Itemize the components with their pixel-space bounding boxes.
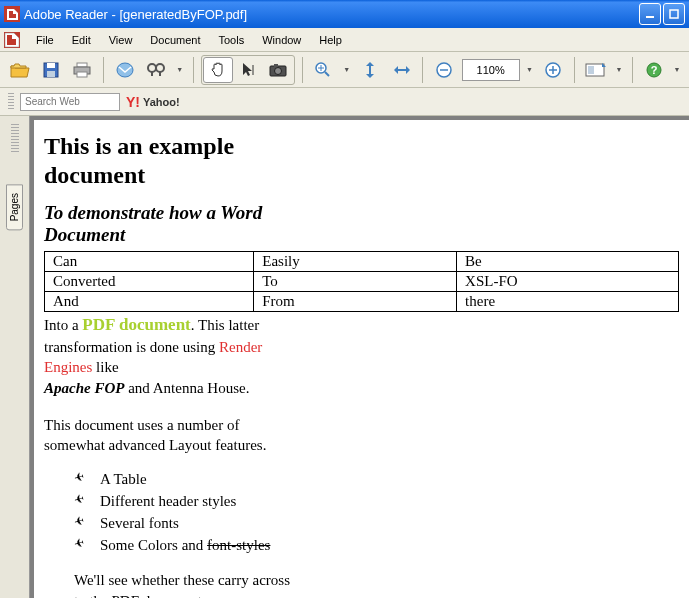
svg-rect-4 xyxy=(47,71,55,77)
toolbar: ▼ ▼ ▼ ▼ ? ▼ xyxy=(0,52,689,88)
reading-dropdown[interactable]: ▼ xyxy=(613,66,625,73)
table-cell: And xyxy=(45,292,254,312)
print-button[interactable] xyxy=(69,56,96,84)
zoom-out-button[interactable] xyxy=(430,56,457,84)
strike-text: font-styles xyxy=(207,537,270,553)
text: We'll see whether these carry across xyxy=(74,572,290,588)
search-web-input[interactable] xyxy=(20,93,120,111)
svg-point-10 xyxy=(156,64,164,72)
fit-width-button[interactable] xyxy=(388,56,415,84)
hand-tool-button[interactable] xyxy=(203,57,233,83)
text: Into a xyxy=(44,317,82,333)
search-button[interactable] xyxy=(142,56,169,84)
zoom-in-button[interactable] xyxy=(310,56,337,84)
table-cell: Be xyxy=(457,252,679,272)
svg-rect-3 xyxy=(47,63,55,68)
table-row: And From there xyxy=(45,292,679,312)
toolbar-separator xyxy=(632,57,633,83)
menu-edit[interactable]: Edit xyxy=(64,31,99,49)
document-viewport[interactable]: This is an example document To demonstra… xyxy=(30,116,689,598)
save-button[interactable] xyxy=(37,56,64,84)
app-icon xyxy=(4,6,20,22)
text: and Antenna House. xyxy=(124,380,249,396)
search-dropdown[interactable]: ▼ xyxy=(174,66,186,73)
list-item: Several fonts xyxy=(74,513,679,535)
menu-help[interactable]: Help xyxy=(311,31,350,49)
help-button[interactable]: ? xyxy=(640,56,667,84)
h1-line1: This is an example xyxy=(44,133,234,159)
menu-file[interactable]: File xyxy=(28,31,62,49)
svg-rect-29 xyxy=(588,66,594,74)
table-cell: To xyxy=(254,272,457,292)
text: somewhat advanced Layout features. xyxy=(44,437,266,453)
apache-text: Apache FOP xyxy=(44,380,124,396)
fit-height-button[interactable] xyxy=(357,56,384,84)
table-cell: Can xyxy=(45,252,254,272)
toolbar-separator xyxy=(103,57,104,83)
select-tool-button[interactable] xyxy=(233,57,263,83)
zoom-level-dropdown[interactable]: ▼ xyxy=(524,66,536,73)
sidebar-grip-icon[interactable] xyxy=(11,124,19,154)
svg-point-9 xyxy=(148,64,156,72)
svg-point-15 xyxy=(274,67,281,74)
pages-tab[interactable]: Pages xyxy=(6,184,23,230)
menu-document[interactable]: Document xyxy=(142,31,208,49)
text: Some Colors and xyxy=(100,537,207,553)
sidebar: Pages xyxy=(0,116,30,598)
svg-point-8 xyxy=(117,63,133,77)
text: transformation is done using xyxy=(44,339,219,355)
menu-window[interactable]: Window xyxy=(254,31,309,49)
svg-rect-5 xyxy=(77,63,87,67)
doc-paragraph-1: Into a PDF document. This latter transfo… xyxy=(44,314,679,398)
snapshot-tool-button[interactable] xyxy=(263,57,293,83)
engines-text: Engines xyxy=(44,359,92,375)
table-row: Can Easily Be xyxy=(45,252,679,272)
document-page: This is an example document To demonstra… xyxy=(34,120,689,598)
pdf-doc-text: PDF document xyxy=(82,315,190,334)
h2-line2: Document xyxy=(44,224,125,245)
zoom-plus-button[interactable] xyxy=(539,56,566,84)
table-cell: XSL-FO xyxy=(457,272,679,292)
svg-line-18 xyxy=(325,72,329,76)
minimize-button[interactable] xyxy=(639,3,661,25)
text: to the PDF document… xyxy=(74,593,217,598)
doc-paragraph-3: We'll see whether these carry across to … xyxy=(74,570,679,598)
email-button[interactable] xyxy=(111,56,138,84)
toolbar-separator xyxy=(574,57,575,83)
list-item: A Table xyxy=(74,469,679,491)
yahoo-y-icon: Y! xyxy=(126,94,140,110)
text: like xyxy=(92,359,118,375)
open-button[interactable] xyxy=(6,56,33,84)
maximize-button[interactable] xyxy=(663,3,685,25)
window-title: Adobe Reader - [generatedByFOP.pdf] xyxy=(24,7,639,22)
menu-app-icon xyxy=(4,32,20,48)
help-dropdown[interactable]: ▼ xyxy=(671,66,683,73)
cursor-tool-group xyxy=(201,55,295,85)
toolbar-separator xyxy=(422,57,423,83)
doc-list: A Table Different header styles Several … xyxy=(74,469,679,556)
yahoo-logo[interactable]: Y! Yahoo! xyxy=(126,94,180,110)
menubar: File Edit View Document Tools Window Hel… xyxy=(0,28,689,52)
toolbar-separator xyxy=(193,57,194,83)
h2-line1: To demonstrate how a Word xyxy=(44,202,262,223)
table-cell: Converted xyxy=(45,272,254,292)
toolbar-separator xyxy=(302,57,303,83)
h1-line2: document xyxy=(44,162,145,188)
doc-paragraph-2: This document uses a number of somewhat … xyxy=(44,415,679,456)
svg-text:?: ? xyxy=(650,64,657,76)
text: . This latter xyxy=(191,317,259,333)
svg-rect-0 xyxy=(646,16,654,18)
doc-heading-1: This is an example document xyxy=(44,132,679,190)
render-text: Render xyxy=(219,339,262,355)
menu-view[interactable]: View xyxy=(101,31,141,49)
doc-table: Can Easily Be Converted To XSL-FO And Fr… xyxy=(44,251,679,312)
content-area: Pages This is an example document To dem… xyxy=(0,116,689,598)
zoom-level-input[interactable] xyxy=(462,59,520,81)
menu-tools[interactable]: Tools xyxy=(211,31,253,49)
zoom-in-dropdown[interactable]: ▼ xyxy=(341,66,353,73)
table-cell: there xyxy=(457,292,679,312)
reading-mode-button[interactable] xyxy=(582,56,609,84)
table-cell: Easily xyxy=(254,252,457,272)
svg-rect-7 xyxy=(77,72,87,77)
searchbar-grip[interactable] xyxy=(8,93,14,111)
